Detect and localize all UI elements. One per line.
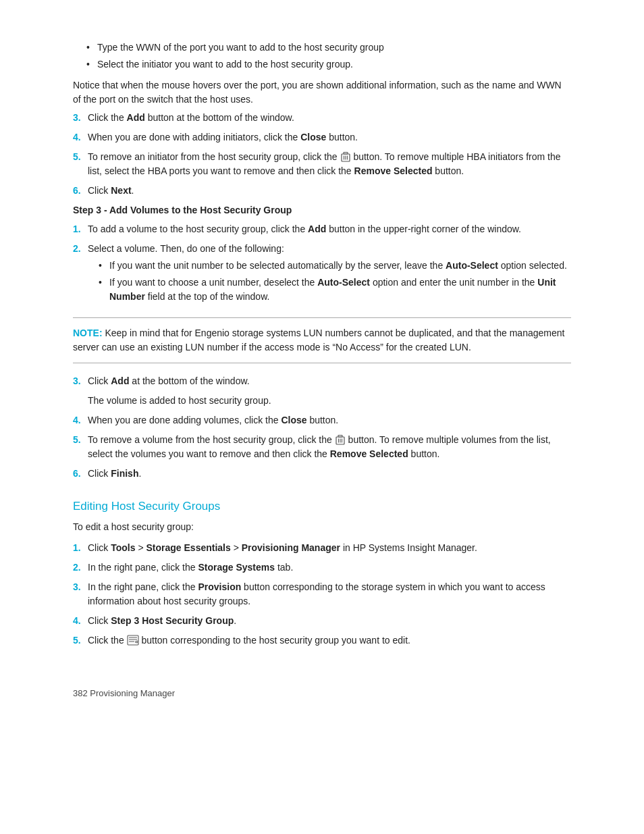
step-num: 6. <box>73 184 88 198</box>
step-content: To remove an initiator from the host sec… <box>88 150 571 178</box>
steps-final-volumes: 4. When you are done adding volumes, cli… <box>73 413 571 481</box>
step-num: 4. <box>73 413 88 427</box>
steps-list-part1: 3. Click the Add button at the bottom of… <box>73 111 571 198</box>
step-content: In the right pane, click the Storage Sys… <box>88 561 571 575</box>
editing-intro: To edit a host security group: <box>73 520 571 534</box>
step-content: Click Step 3 Host Security Group. <box>88 614 571 628</box>
page-footer: 382 Provisioning Manager <box>73 688 571 698</box>
bullet-item: Select the initiator you want to add to … <box>86 57 571 72</box>
step-2-volumes: 2. Select a volume. Then, do one of the … <box>73 242 571 307</box>
step-content: When you are done with adding initiators… <box>88 130 571 145</box>
step-num: 5. <box>73 633 88 648</box>
step-num: 3. <box>73 374 88 388</box>
step-1-volumes: 1. To add a volume to the host security … <box>73 222 571 236</box>
step-num: 3. <box>73 580 88 608</box>
volume-added-text: The volume is added to host security gro… <box>88 394 571 408</box>
step-num: 4. <box>73 130 88 145</box>
step-num: 1. <box>73 541 88 555</box>
editing-step-1: 1. Click Tools > Storage Essentials > Pr… <box>73 541 571 555</box>
step-3-add-volume: 3. Click Add at the bottom of the window… <box>73 374 571 388</box>
note-label: NOTE: <box>73 328 103 338</box>
step-content: When you are done adding volumes, click … <box>88 413 571 427</box>
step-6-volumes: 6. Click Finish. <box>73 467 571 481</box>
edit-icon <box>127 635 139 646</box>
editing-section-title: Editing Host Security Groups <box>73 500 571 513</box>
trash-icon-2 <box>335 434 346 445</box>
step3-heading: Step 3 - Add Volumes to the Host Securit… <box>73 205 571 215</box>
trash-icon <box>340 151 351 162</box>
step-content: To remove a volume from the host securit… <box>88 433 571 461</box>
note-text: Keep in mind that for Engenio storage sy… <box>73 328 564 353</box>
step-content: Click Finish. <box>88 467 571 481</box>
footer-text: 382 Provisioning Manager <box>73 688 175 698</box>
step-content: Select a volume. Then, do one of the fol… <box>88 242 571 307</box>
step-num: 3. <box>73 111 88 125</box>
step-num: 5. <box>73 433 88 461</box>
step-num: 4. <box>73 614 88 628</box>
editing-steps-list: 1. Click Tools > Storage Essentials > Pr… <box>73 541 571 648</box>
steps-after-note: 3. Click Add at the bottom of the window… <box>73 374 571 388</box>
note-box: NOTE: Keep in mind that for Engenio stor… <box>73 317 571 363</box>
step-content: In the right pane, click the Provision b… <box>88 580 571 608</box>
step-content: Click Add at the bottom of the window. <box>88 374 571 388</box>
step-content: Click the button corresponding to the ho… <box>88 633 571 648</box>
editing-step-4: 4. Click Step 3 Host Security Group. <box>73 614 571 628</box>
svg-rect-6 <box>338 436 342 438</box>
editing-step-3: 3. In the right pane, click the Provisio… <box>73 580 571 608</box>
volume-sub-bullets: If you want the unit number to be select… <box>99 259 571 304</box>
step-content: Click the Add button at the bottom of th… <box>88 111 571 125</box>
svg-rect-10 <box>128 635 138 645</box>
step-4-volumes: 4. When you are done adding volumes, cli… <box>73 413 571 427</box>
sub-bullet-auto-select: If you want the unit number to be select… <box>99 259 571 273</box>
editing-step-2: 2. In the right pane, click the Storage … <box>73 561 571 575</box>
add-volumes-steps: 1. To add a volume to the host security … <box>73 222 571 307</box>
step-num: 2. <box>73 242 88 307</box>
svg-rect-1 <box>344 153 348 155</box>
step-3-initiators: 3. Click the Add button at the bottom of… <box>73 111 571 125</box>
step-num: 2. <box>73 561 88 575</box>
step-num: 5. <box>73 150 88 178</box>
step-num: 1. <box>73 222 88 236</box>
step-content: Click Next. <box>88 184 571 198</box>
editing-step-5: 5. Click the button corresponding to the… <box>73 633 571 648</box>
step-4-initiators: 4. When you are done with adding initiat… <box>73 130 571 145</box>
step-num: 6. <box>73 467 88 481</box>
sub-bullet-unit-number: If you want to choose a unit number, des… <box>99 276 571 304</box>
bullet-item: Type the WWN of the port you want to add… <box>86 41 571 55</box>
intro-bullets: Type the WWN of the port you want to add… <box>86 41 571 72</box>
step-content: Click Tools > Storage Essentials > Provi… <box>88 541 571 555</box>
step-5-initiators: 5. To remove an initiator from the host … <box>73 150 571 178</box>
page-content: Type the WWN of the port you want to add… <box>0 0 644 739</box>
step-6-initiators: 6. Click Next. <box>73 184 571 198</box>
intro-notice: Notice that when the mouse hovers over t… <box>73 78 571 107</box>
step-content: To add a volume to the host security gro… <box>88 222 571 236</box>
step-5-volumes: 5. To remove a volume from the host secu… <box>73 433 571 461</box>
